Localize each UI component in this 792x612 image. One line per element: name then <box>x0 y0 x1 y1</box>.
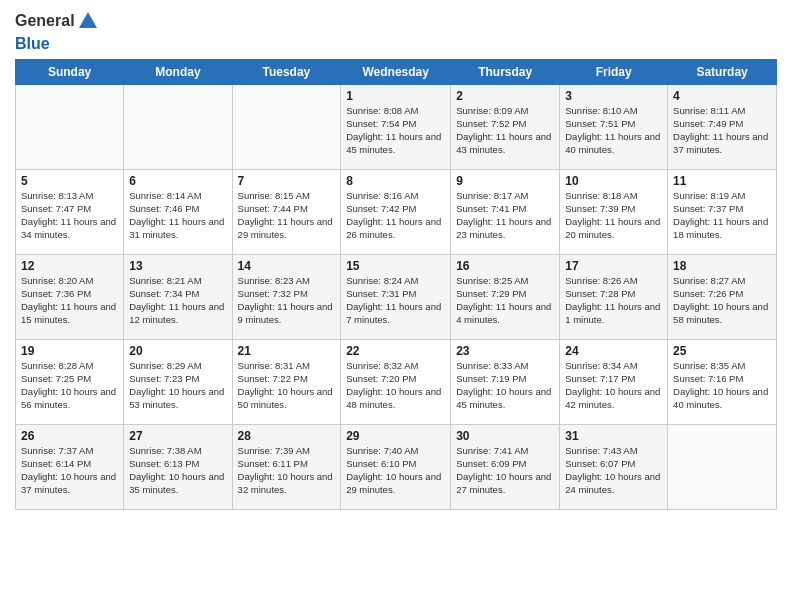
calendar-cell: 12Sunrise: 8:20 AM Sunset: 7:36 PM Dayli… <box>16 255 124 340</box>
day-number: 19 <box>21 344 118 358</box>
day-number: 13 <box>129 259 226 273</box>
day-info: Sunrise: 8:31 AM Sunset: 7:22 PM Dayligh… <box>238 360 336 411</box>
calendar-cell <box>668 425 777 510</box>
calendar-cell: 6Sunrise: 8:14 AM Sunset: 7:46 PM Daylig… <box>124 170 232 255</box>
weekday-header-wednesday: Wednesday <box>341 60 451 85</box>
day-number: 4 <box>673 89 771 103</box>
calendar-cell: 26Sunrise: 7:37 AM Sunset: 6:14 PM Dayli… <box>16 425 124 510</box>
calendar-cell: 23Sunrise: 8:33 AM Sunset: 7:19 PM Dayli… <box>451 340 560 425</box>
calendar-cell: 4Sunrise: 8:11 AM Sunset: 7:49 PM Daylig… <box>668 85 777 170</box>
svg-marker-0 <box>79 12 97 28</box>
calendar-cell: 15Sunrise: 8:24 AM Sunset: 7:31 PM Dayli… <box>341 255 451 340</box>
day-info: Sunrise: 7:41 AM Sunset: 6:09 PM Dayligh… <box>456 445 554 496</box>
day-number: 9 <box>456 174 554 188</box>
page-container: General Blue SundayMondayTuesdayWednesda… <box>0 0 792 525</box>
calendar-cell: 31Sunrise: 7:43 AM Sunset: 6:07 PM Dayli… <box>560 425 668 510</box>
weekday-header-saturday: Saturday <box>668 60 777 85</box>
logo-icon <box>77 10 99 32</box>
day-info: Sunrise: 8:23 AM Sunset: 7:32 PM Dayligh… <box>238 275 336 326</box>
day-info: Sunrise: 7:40 AM Sunset: 6:10 PM Dayligh… <box>346 445 445 496</box>
day-number: 11 <box>673 174 771 188</box>
calendar-cell: 3Sunrise: 8:10 AM Sunset: 7:51 PM Daylig… <box>560 85 668 170</box>
weekday-header-sunday: Sunday <box>16 60 124 85</box>
day-info: Sunrise: 8:15 AM Sunset: 7:44 PM Dayligh… <box>238 190 336 241</box>
calendar-cell: 9Sunrise: 8:17 AM Sunset: 7:41 PM Daylig… <box>451 170 560 255</box>
day-number: 8 <box>346 174 445 188</box>
calendar-cell: 24Sunrise: 8:34 AM Sunset: 7:17 PM Dayli… <box>560 340 668 425</box>
day-info: Sunrise: 8:25 AM Sunset: 7:29 PM Dayligh… <box>456 275 554 326</box>
day-info: Sunrise: 8:32 AM Sunset: 7:20 PM Dayligh… <box>346 360 445 411</box>
day-number: 1 <box>346 89 445 103</box>
calendar-cell: 18Sunrise: 8:27 AM Sunset: 7:26 PM Dayli… <box>668 255 777 340</box>
calendar-cell: 11Sunrise: 8:19 AM Sunset: 7:37 PM Dayli… <box>668 170 777 255</box>
day-info: Sunrise: 8:26 AM Sunset: 7:28 PM Dayligh… <box>565 275 662 326</box>
weekday-header-monday: Monday <box>124 60 232 85</box>
day-number: 10 <box>565 174 662 188</box>
day-info: Sunrise: 8:35 AM Sunset: 7:16 PM Dayligh… <box>673 360 771 411</box>
day-number: 6 <box>129 174 226 188</box>
day-info: Sunrise: 8:18 AM Sunset: 7:39 PM Dayligh… <box>565 190 662 241</box>
calendar-cell: 21Sunrise: 8:31 AM Sunset: 7:22 PM Dayli… <box>232 340 341 425</box>
day-info: Sunrise: 8:28 AM Sunset: 7:25 PM Dayligh… <box>21 360 118 411</box>
logo: General Blue <box>15 10 99 53</box>
logo-blue: Blue <box>15 35 50 52</box>
calendar-cell: 17Sunrise: 8:26 AM Sunset: 7:28 PM Dayli… <box>560 255 668 340</box>
calendar-cell: 27Sunrise: 7:38 AM Sunset: 6:13 PM Dayli… <box>124 425 232 510</box>
day-number: 18 <box>673 259 771 273</box>
day-info: Sunrise: 8:29 AM Sunset: 7:23 PM Dayligh… <box>129 360 226 411</box>
day-info: Sunrise: 8:33 AM Sunset: 7:19 PM Dayligh… <box>456 360 554 411</box>
day-info: Sunrise: 8:09 AM Sunset: 7:52 PM Dayligh… <box>456 105 554 156</box>
day-number: 28 <box>238 429 336 443</box>
calendar-cell: 8Sunrise: 8:16 AM Sunset: 7:42 PM Daylig… <box>341 170 451 255</box>
logo-text: General Blue <box>15 10 99 53</box>
day-info: Sunrise: 8:16 AM Sunset: 7:42 PM Dayligh… <box>346 190 445 241</box>
calendar-cell: 22Sunrise: 8:32 AM Sunset: 7:20 PM Dayli… <box>341 340 451 425</box>
day-number: 21 <box>238 344 336 358</box>
calendar-cell: 28Sunrise: 7:39 AM Sunset: 6:11 PM Dayli… <box>232 425 341 510</box>
day-number: 26 <box>21 429 118 443</box>
calendar-cell: 16Sunrise: 8:25 AM Sunset: 7:29 PM Dayli… <box>451 255 560 340</box>
calendar-cell: 14Sunrise: 8:23 AM Sunset: 7:32 PM Dayli… <box>232 255 341 340</box>
day-number: 25 <box>673 344 771 358</box>
day-info: Sunrise: 8:34 AM Sunset: 7:17 PM Dayligh… <box>565 360 662 411</box>
day-info: Sunrise: 7:43 AM Sunset: 6:07 PM Dayligh… <box>565 445 662 496</box>
day-info: Sunrise: 8:10 AM Sunset: 7:51 PM Dayligh… <box>565 105 662 156</box>
calendar-cell: 2Sunrise: 8:09 AM Sunset: 7:52 PM Daylig… <box>451 85 560 170</box>
day-number: 12 <box>21 259 118 273</box>
day-info: Sunrise: 8:17 AM Sunset: 7:41 PM Dayligh… <box>456 190 554 241</box>
day-info: Sunrise: 8:14 AM Sunset: 7:46 PM Dayligh… <box>129 190 226 241</box>
day-number: 22 <box>346 344 445 358</box>
calendar-cell: 29Sunrise: 7:40 AM Sunset: 6:10 PM Dayli… <box>341 425 451 510</box>
day-number: 17 <box>565 259 662 273</box>
logo-general: General <box>15 12 75 29</box>
day-number: 14 <box>238 259 336 273</box>
day-number: 31 <box>565 429 662 443</box>
day-info: Sunrise: 7:39 AM Sunset: 6:11 PM Dayligh… <box>238 445 336 496</box>
day-info: Sunrise: 8:11 AM Sunset: 7:49 PM Dayligh… <box>673 105 771 156</box>
day-info: Sunrise: 7:37 AM Sunset: 6:14 PM Dayligh… <box>21 445 118 496</box>
header: General Blue <box>15 10 777 53</box>
day-info: Sunrise: 8:24 AM Sunset: 7:31 PM Dayligh… <box>346 275 445 326</box>
day-number: 27 <box>129 429 226 443</box>
calendar-week-5: 26Sunrise: 7:37 AM Sunset: 6:14 PM Dayli… <box>16 425 777 510</box>
calendar-cell: 7Sunrise: 8:15 AM Sunset: 7:44 PM Daylig… <box>232 170 341 255</box>
calendar-table: SundayMondayTuesdayWednesdayThursdayFrid… <box>15 59 777 510</box>
calendar-cell: 19Sunrise: 8:28 AM Sunset: 7:25 PM Dayli… <box>16 340 124 425</box>
calendar-cell: 5Sunrise: 8:13 AM Sunset: 7:47 PM Daylig… <box>16 170 124 255</box>
day-number: 7 <box>238 174 336 188</box>
day-number: 20 <box>129 344 226 358</box>
weekday-header-row: SundayMondayTuesdayWednesdayThursdayFrid… <box>16 60 777 85</box>
day-info: Sunrise: 8:21 AM Sunset: 7:34 PM Dayligh… <box>129 275 226 326</box>
day-number: 3 <box>565 89 662 103</box>
calendar-cell: 25Sunrise: 8:35 AM Sunset: 7:16 PM Dayli… <box>668 340 777 425</box>
weekday-header-tuesday: Tuesday <box>232 60 341 85</box>
calendar-cell <box>16 85 124 170</box>
day-info: Sunrise: 8:20 AM Sunset: 7:36 PM Dayligh… <box>21 275 118 326</box>
calendar-cell: 1Sunrise: 8:08 AM Sunset: 7:54 PM Daylig… <box>341 85 451 170</box>
day-info: Sunrise: 7:38 AM Sunset: 6:13 PM Dayligh… <box>129 445 226 496</box>
day-number: 24 <box>565 344 662 358</box>
calendar-cell: 10Sunrise: 8:18 AM Sunset: 7:39 PM Dayli… <box>560 170 668 255</box>
day-number: 5 <box>21 174 118 188</box>
day-number: 30 <box>456 429 554 443</box>
calendar-cell <box>124 85 232 170</box>
